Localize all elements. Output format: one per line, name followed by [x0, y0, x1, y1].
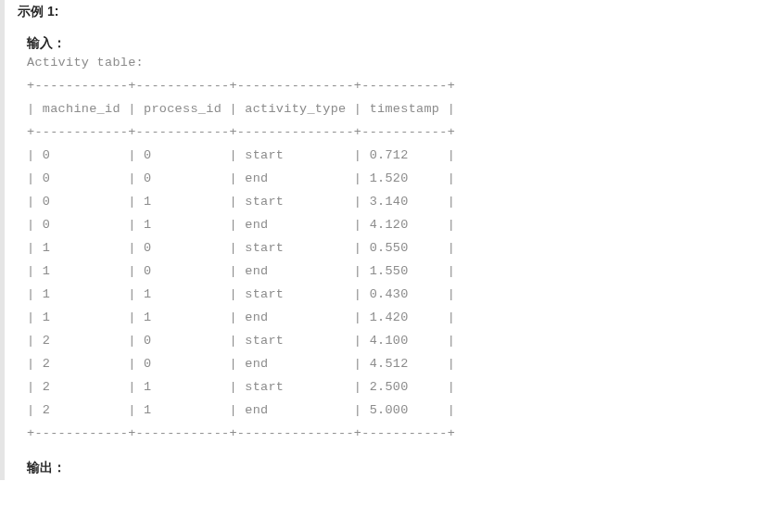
table-name: Activity table: — [27, 52, 772, 75]
example-container: 示例 1: 输入： Activity table: +------------+… — [0, 0, 772, 480]
activity-table: +------------+------------+-------------… — [27, 75, 772, 446]
input-label: 输入： — [27, 35, 772, 52]
output-label: 输出： — [27, 460, 772, 476]
example-title: 示例 1: — [18, 4, 772, 20]
